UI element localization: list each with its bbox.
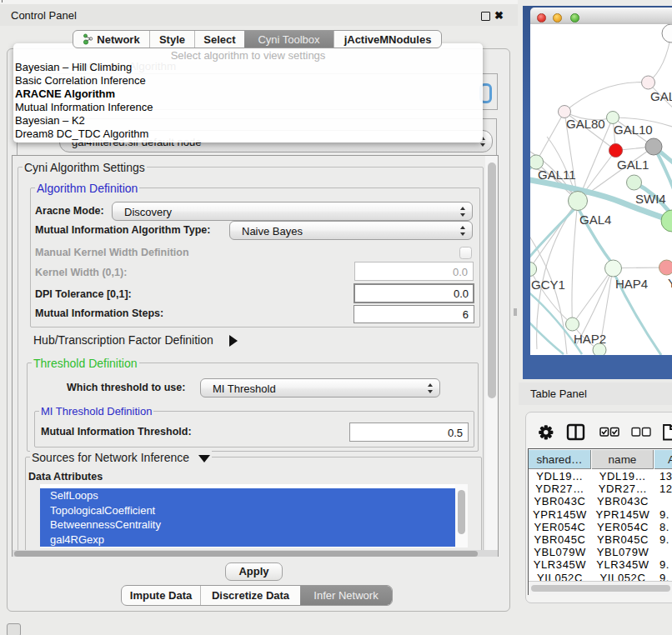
svg-text:GAL80: GAL80	[566, 117, 605, 131]
svg-text:SWI4: SWI4	[635, 192, 666, 206]
svg-text:GAL1: GAL1	[617, 158, 649, 172]
svg-text:HAP2: HAP2	[574, 332, 606, 346]
svg-text:GAL4: GAL4	[579, 212, 611, 227]
svg-text:GCY1: GCY1	[531, 278, 565, 292]
svg-text:Y: Y	[668, 276, 672, 290]
svg-text:GAL2: GAL2	[650, 89, 672, 103]
svg-text:HAP4: HAP4	[615, 277, 648, 291]
svg-text:GAL10: GAL10	[614, 122, 653, 137]
svg-text:GAL11: GAL11	[538, 168, 576, 182]
